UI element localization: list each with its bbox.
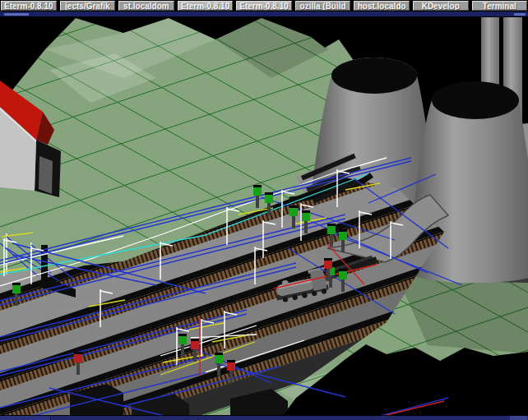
pager-strip: [0, 12, 528, 17]
simulation-viewport[interactable]: [0, 0, 528, 420]
taskbar-button-3[interactable]: Eterm-0.8.10: [178, 1, 234, 11]
bottom-bar: [0, 415, 528, 420]
bottom-bar-segment-left[interactable]: [0, 416, 51, 420]
pager-segment-left[interactable]: [4, 13, 29, 16]
desktop: Eterm-0.8.10jects/Grafikst.localdomEterm…: [0, 0, 528, 420]
taskbar-button-4[interactable]: Eterm-0.8.10: [236, 1, 292, 11]
taskbar-button-8[interactable]: Terminal: [472, 1, 528, 11]
taskbar: Eterm-0.8.10jects/Grafikst.localdomEterm…: [0, 0, 528, 12]
taskbar-button-0[interactable]: Eterm-0.8.10: [1, 1, 57, 11]
taskbar-button-5[interactable]: ozilla (Build: [295, 1, 351, 11]
bottom-bar-segment-right[interactable]: [510, 416, 527, 420]
taskbar-button-2[interactable]: st.localdom: [118, 1, 174, 11]
house-door: [39, 156, 53, 194]
taskbar-button-6[interactable]: host.localdo: [354, 1, 410, 11]
pager-segment-right[interactable]: [514, 13, 526, 16]
taskbar-button-7[interactable]: KDevelop: [413, 1, 469, 11]
taskbar-button-1[interactable]: jects/Grafik: [60, 1, 116, 11]
